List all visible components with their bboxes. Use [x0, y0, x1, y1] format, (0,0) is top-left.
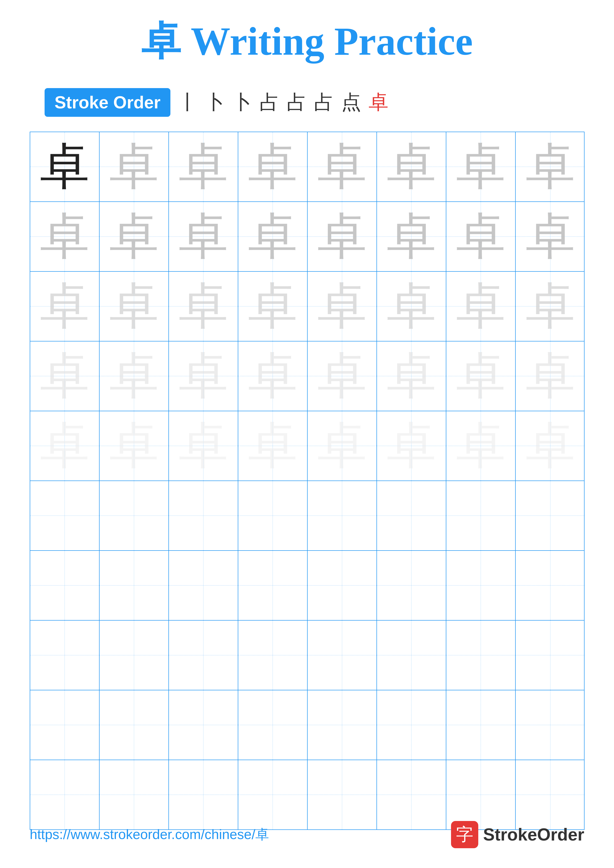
cell-7-5[interactable] [308, 551, 377, 620]
cell-8-5[interactable] [308, 620, 377, 690]
cell-3-7[interactable]: 卓 [446, 272, 516, 341]
cell-1-4[interactable]: 卓 [238, 132, 308, 202]
cell-7-8[interactable] [516, 551, 585, 620]
cell-9-2[interactable] [99, 690, 169, 760]
cell-7-2[interactable] [99, 551, 169, 620]
cell-3-5[interactable]: 卓 [308, 272, 377, 341]
cell-6-1[interactable] [30, 481, 99, 550]
cell-9-3[interactable] [169, 690, 238, 760]
char-dark: 卓 [40, 142, 89, 192]
cell-2-8[interactable]: 卓 [516, 202, 585, 271]
cell-3-4[interactable]: 卓 [238, 272, 308, 341]
char-guide: 卓 [387, 421, 436, 471]
cell-6-2[interactable] [99, 481, 169, 550]
char-guide: 卓 [456, 142, 505, 192]
cell-7-3[interactable] [169, 551, 238, 620]
char-guide: 卓 [317, 212, 367, 261]
cell-8-6[interactable] [377, 620, 446, 690]
cell-5-8[interactable]: 卓 [516, 411, 585, 480]
char-guide: 卓 [248, 282, 297, 331]
stroke-6: 占 [314, 89, 334, 116]
char-guide: 卓 [317, 142, 367, 192]
cell-10-5[interactable] [308, 760, 377, 829]
cell-6-3[interactable] [169, 481, 238, 550]
cell-1-1[interactable]: 卓 [30, 132, 99, 202]
cell-3-1[interactable]: 卓 [30, 272, 99, 341]
cell-10-1[interactable] [30, 760, 99, 829]
char-guide: 卓 [248, 142, 297, 192]
cell-5-1[interactable]: 卓 [30, 411, 99, 480]
cell-10-8[interactable] [516, 760, 585, 829]
cell-10-4[interactable] [238, 760, 308, 829]
cell-2-3[interactable]: 卓 [169, 202, 238, 271]
cell-1-3[interactable]: 卓 [169, 132, 238, 202]
cell-6-7[interactable] [446, 481, 516, 550]
stroke-sequence: 丨 卜 卜 占 占 占 点 卓 [178, 89, 389, 116]
cell-9-5[interactable] [308, 690, 377, 760]
cell-9-1[interactable] [30, 690, 99, 760]
cell-7-6[interactable] [377, 551, 446, 620]
cell-8-4[interactable] [238, 620, 308, 690]
cell-5-3[interactable]: 卓 [169, 411, 238, 480]
cell-4-7[interactable]: 卓 [446, 341, 516, 411]
cell-2-4[interactable]: 卓 [238, 202, 308, 271]
cell-5-7[interactable]: 卓 [446, 411, 516, 480]
cell-6-6[interactable] [377, 481, 446, 550]
cell-6-4[interactable] [238, 481, 308, 550]
cell-2-7[interactable]: 卓 [446, 202, 516, 271]
cell-8-8[interactable] [516, 620, 585, 690]
cell-10-2[interactable] [99, 760, 169, 829]
cell-5-5[interactable]: 卓 [308, 411, 377, 480]
grid-row-6 [30, 481, 584, 551]
cell-8-1[interactable] [30, 620, 99, 690]
cell-7-7[interactable] [446, 551, 516, 620]
char-guide: 卓 [109, 282, 159, 331]
cell-8-2[interactable] [99, 620, 169, 690]
cell-2-2[interactable]: 卓 [99, 202, 169, 271]
cell-7-1[interactable] [30, 551, 99, 620]
cell-1-2[interactable]: 卓 [99, 132, 169, 202]
title-char: 卓 [141, 19, 181, 64]
cell-5-4[interactable]: 卓 [238, 411, 308, 480]
cell-10-7[interactable] [446, 760, 516, 829]
cell-10-6[interactable] [377, 760, 446, 829]
cell-2-6[interactable]: 卓 [377, 202, 446, 271]
cell-4-6[interactable]: 卓 [377, 341, 446, 411]
cell-5-2[interactable]: 卓 [99, 411, 169, 480]
cell-9-4[interactable] [238, 690, 308, 760]
char-guide: 卓 [40, 421, 89, 471]
char-guide: 卓 [317, 282, 367, 331]
cell-3-3[interactable]: 卓 [169, 272, 238, 341]
cell-1-6[interactable]: 卓 [377, 132, 446, 202]
cell-3-2[interactable]: 卓 [99, 272, 169, 341]
cell-9-8[interactable] [516, 690, 585, 760]
cell-4-1[interactable]: 卓 [30, 341, 99, 411]
cell-4-3[interactable]: 卓 [169, 341, 238, 411]
brand-name: StrokeOrder [483, 825, 584, 845]
cell-9-6[interactable] [377, 690, 446, 760]
cell-3-8[interactable]: 卓 [516, 272, 585, 341]
cell-4-4[interactable]: 卓 [238, 341, 308, 411]
cell-5-6[interactable]: 卓 [377, 411, 446, 480]
char-guide: 卓 [387, 351, 436, 401]
cell-4-2[interactable]: 卓 [99, 341, 169, 411]
cell-8-3[interactable] [169, 620, 238, 690]
cell-6-8[interactable] [516, 481, 585, 550]
cell-4-5[interactable]: 卓 [308, 341, 377, 411]
char-guide: 卓 [525, 282, 575, 331]
char-guide: 卓 [387, 282, 436, 331]
char-guide: 卓 [387, 212, 436, 261]
stroke-5: 占 [287, 89, 307, 116]
cell-1-7[interactable]: 卓 [446, 132, 516, 202]
cell-10-3[interactable] [169, 760, 238, 829]
cell-2-1[interactable]: 卓 [30, 202, 99, 271]
cell-1-8[interactable]: 卓 [516, 132, 585, 202]
cell-1-5[interactable]: 卓 [308, 132, 377, 202]
cell-8-7[interactable] [446, 620, 516, 690]
cell-2-5[interactable]: 卓 [308, 202, 377, 271]
cell-6-5[interactable] [308, 481, 377, 550]
cell-4-8[interactable]: 卓 [516, 341, 585, 411]
cell-3-6[interactable]: 卓 [377, 272, 446, 341]
cell-9-7[interactable] [446, 690, 516, 760]
cell-7-4[interactable] [238, 551, 308, 620]
